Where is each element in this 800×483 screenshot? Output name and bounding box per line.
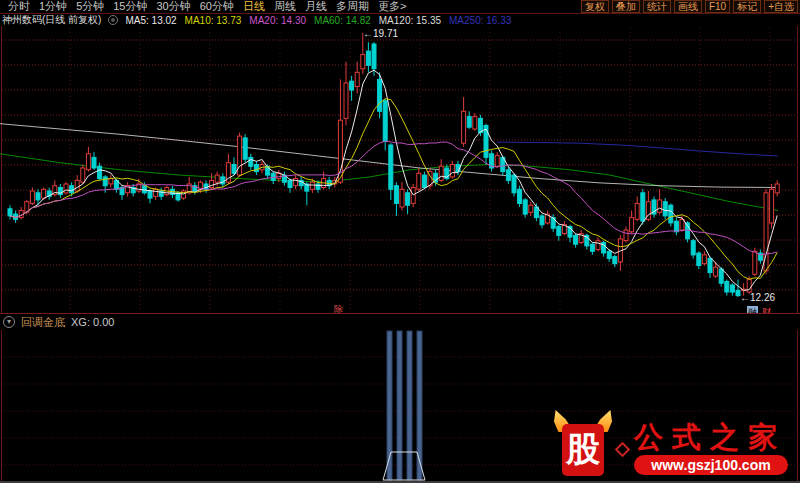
tab-period-3[interactable]: 15分钟: [113, 0, 147, 13]
ma-legend: MA5: 13.02MA10: 13.73MA20: 14.30MA60: 14…: [125, 15, 511, 26]
toolbar-button-3[interactable]: 画线: [674, 0, 702, 13]
stock-character: 股: [566, 427, 600, 473]
toolbar-right-buttons: 复权叠加统计画线F10标记+自选: [581, 0, 800, 13]
toolbar-button-6[interactable]: +自选: [764, 0, 798, 13]
tab-period-4[interactable]: 30分钟: [157, 0, 191, 13]
indicator-value: XG: 0.00: [71, 316, 114, 328]
tab-period-2[interactable]: 5分钟: [76, 0, 104, 13]
svg-text:除: 除: [334, 304, 343, 313]
period-tabbar: 分时1分钟5分钟15分钟30分钟60分钟日线周线月线多周期更多> 复权叠加统计画…: [0, 0, 800, 14]
toolbar-button-0[interactable]: 复权: [581, 0, 609, 13]
info-bar: 神州数码(日线 前复权) MA5: 13.02MA10: 13.73MA20: …: [0, 14, 800, 26]
stock-character-badge: 股: [562, 424, 604, 476]
ma-label-2: MA20: 14.30: [249, 15, 306, 26]
tab-period-1[interactable]: 1分钟: [39, 0, 67, 13]
ma-label-1: MA10: 13.73: [185, 15, 242, 26]
toolbar-button-2[interactable]: 统计: [643, 0, 671, 13]
ma-label-4: MA120: 15.35: [379, 15, 441, 26]
tab-period-9[interactable]: 多周期: [336, 0, 369, 13]
gszj-watermark-logo: 股 公式之家 www.gszj100.com: [554, 408, 798, 482]
tab-period-0[interactable]: 分时: [8, 0, 30, 13]
tab-period-6[interactable]: 日线: [243, 0, 265, 13]
site-name: 公式之家: [634, 418, 796, 458]
indicator-panel-header: ▾ 回调金底 XG: 0.00: [0, 314, 800, 330]
tab-period-5[interactable]: 60分钟: [200, 0, 234, 13]
tab-period-10[interactable]: 更多>: [378, 0, 406, 13]
ma-label-0: MA5: 13.02: [125, 15, 176, 26]
tab-period-7[interactable]: 周线: [274, 0, 296, 13]
toolbar-button-4[interactable]: F10: [705, 0, 730, 13]
diamond-icon: [615, 442, 631, 458]
stock-title: 神州数码(日线 前复权): [2, 13, 101, 27]
period-tabs: 分时1分钟5分钟15分钟30分钟60分钟日线周线月线多周期更多>: [0, 0, 406, 13]
collapse-indicator-icon[interactable]: ▾: [3, 316, 15, 328]
ma-label-3: MA60: 14.82: [314, 15, 371, 26]
svg-text:←12.26: ←12.26: [740, 292, 775, 303]
toolbar-button-5[interactable]: 标记: [733, 0, 761, 13]
tab-period-8[interactable]: 月线: [305, 0, 327, 13]
svg-text:←19.71: ←19.71: [363, 28, 398, 39]
ma-label-5: MA250: 16.33: [449, 15, 511, 26]
indicator-name: 回调金底: [21, 315, 65, 330]
site-url: www.gszj100.com: [634, 455, 788, 475]
announcement-icon[interactable]: [108, 15, 118, 25]
toolbar-button-1[interactable]: 叠加: [612, 0, 640, 13]
main-candlestick-chart[interactable]: ←19.71←12.26除融财: [0, 26, 800, 313]
